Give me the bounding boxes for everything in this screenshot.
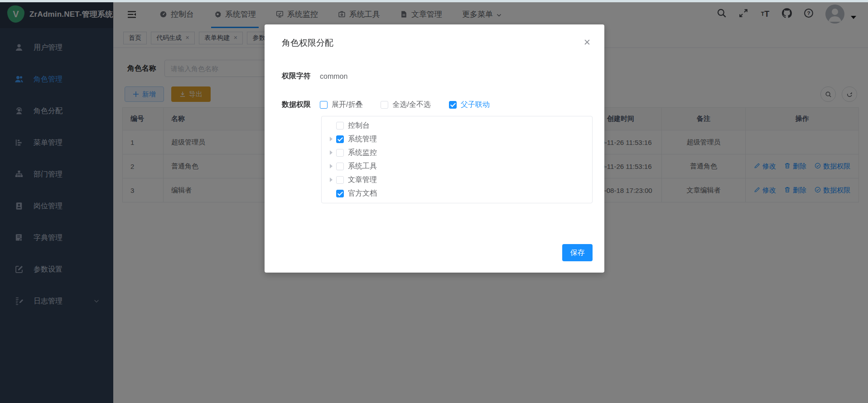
dialog-header: 角色权限分配 ✕ — [265, 24, 604, 49]
perm-char-row: 权限字符 common — [265, 72, 604, 81]
save-button[interactable]: 保存 — [562, 244, 593, 261]
perm-char-label: 权限字符 — [282, 72, 311, 81]
tree-node-tools[interactable]: 系统工具 — [322, 159, 592, 173]
option-expand-collapse[interactable]: 展开/折叠 — [320, 100, 362, 110]
option-parent-child[interactable]: 父子联动 — [449, 100, 490, 110]
caret-right-icon[interactable] — [326, 164, 336, 168]
dialog-title: 角色权限分配 — [282, 37, 333, 49]
checkbox-icon[interactable] — [336, 135, 344, 143]
checkbox-icon[interactable] — [336, 149, 344, 157]
checkbox-icon[interactable] — [336, 190, 344, 197]
tree-node-label: 文章管理 — [348, 175, 377, 185]
role-permission-dialog: 角色权限分配 ✕ 权限字符 common 数据权限 展开/折叠全选/全不选父子联… — [265, 24, 604, 273]
checkbox-icon[interactable] — [381, 101, 388, 109]
close-icon[interactable]: ✕ — [581, 37, 593, 48]
checkbox-icon[interactable] — [336, 122, 344, 130]
tree-node-label: 系统管理 — [348, 134, 377, 144]
data-scope-label: 数据权限 — [282, 100, 311, 110]
checkbox-icon[interactable] — [336, 176, 344, 184]
tree-node-console[interactable]: 控制台 — [322, 119, 592, 132]
caret-right-icon[interactable] — [326, 137, 336, 141]
caret-right-icon[interactable] — [326, 150, 336, 155]
tree-node-label: 系统监控 — [348, 148, 377, 158]
tree-node-monitor[interactable]: 系统监控 — [322, 146, 592, 159]
option-label: 全选/全不选 — [392, 100, 430, 110]
checkbox-icon[interactable] — [320, 101, 328, 109]
menu-permission-tree: 控制台系统管理系统监控系统工具文章管理官方文档 — [321, 116, 593, 203]
caret-right-icon[interactable] — [326, 178, 336, 182]
tree-node-docs[interactable]: 官方文档 — [322, 187, 592, 200]
tree-node-label: 控制台 — [348, 121, 370, 130]
perm-char-value: common — [320, 72, 347, 81]
option-label: 父子联动 — [461, 100, 490, 110]
option-label: 展开/折叠 — [332, 100, 362, 110]
tree-node-label: 官方文档 — [348, 189, 377, 198]
tree-node-label: 系统工具 — [348, 162, 377, 171]
tree-node-article[interactable]: 文章管理 — [322, 173, 592, 187]
tree-node-system[interactable]: 系统管理 — [322, 132, 592, 146]
tree-option-group: 展开/折叠全选/全不选父子联动 — [320, 100, 490, 110]
window-edge — [0, 0, 868, 2]
checkbox-icon[interactable] — [449, 101, 457, 109]
checkbox-icon[interactable] — [336, 163, 344, 170]
option-check-all[interactable]: 全选/全不选 — [381, 100, 430, 110]
data-scope-row: 数据权限 展开/折叠全选/全不选父子联动 — [265, 100, 604, 110]
